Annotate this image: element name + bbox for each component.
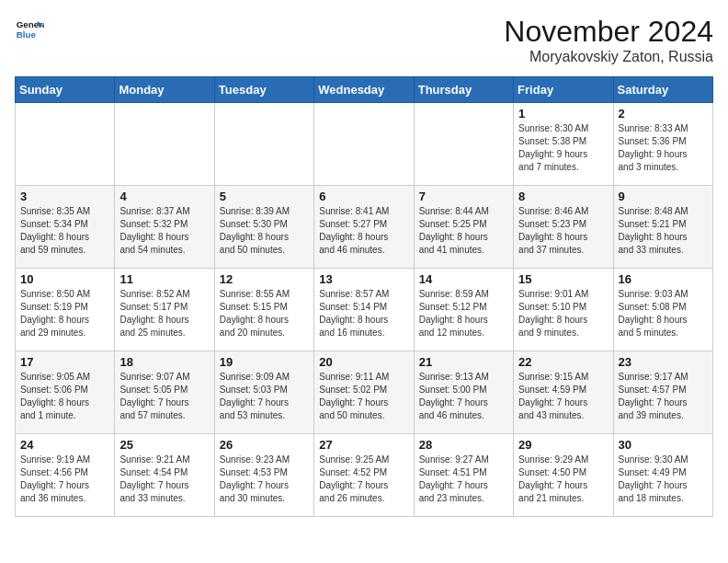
calendar-cell: 27Sunrise: 9:25 AM Sunset: 4:52 PM Dayli… — [314, 434, 414, 517]
calendar-cell: 8Sunrise: 8:46 AM Sunset: 5:23 PM Daylig… — [514, 186, 613, 269]
calendar-cell: 15Sunrise: 9:01 AM Sunset: 5:10 PM Dayli… — [514, 269, 613, 351]
month-title: November 2024 — [504, 15, 713, 49]
calendar-cell: 22Sunrise: 9:15 AM Sunset: 4:59 PM Dayli… — [514, 351, 613, 434]
calendar-cell: 10Sunrise: 8:50 AM Sunset: 5:19 PM Dayli… — [16, 269, 115, 351]
day-number: 7 — [419, 190, 508, 203]
day-info: Sunrise: 8:41 AM Sunset: 5:27 PM Dayligh… — [319, 205, 408, 257]
calendar-body: 1Sunrise: 8:30 AM Sunset: 5:38 PM Daylig… — [16, 103, 713, 517]
svg-text:Blue: Blue — [17, 29, 37, 40]
day-info: Sunrise: 8:55 AM Sunset: 5:15 PM Dayligh… — [220, 288, 309, 339]
calendar-cell — [115, 103, 214, 186]
day-number: 27 — [319, 438, 408, 452]
day-info: Sunrise: 9:13 AM Sunset: 5:00 PM Dayligh… — [419, 371, 508, 422]
day-info: Sunrise: 8:52 AM Sunset: 5:17 PM Dayligh… — [119, 288, 209, 339]
day-info: Sunrise: 9:15 AM Sunset: 4:59 PM Dayligh… — [518, 371, 608, 422]
day-number: 22 — [518, 355, 608, 369]
column-header-thursday: Thursday — [414, 77, 513, 103]
calendar-cell: 16Sunrise: 9:03 AM Sunset: 5:08 PM Dayli… — [613, 269, 712, 351]
day-number: 12 — [220, 272, 309, 286]
day-info: Sunrise: 9:23 AM Sunset: 4:53 PM Dayligh… — [220, 454, 309, 505]
day-info: Sunrise: 8:48 AM Sunset: 5:21 PM Dayligh… — [619, 205, 708, 257]
day-info: Sunrise: 8:50 AM Sunset: 5:19 PM Dayligh… — [20, 288, 109, 339]
day-info: Sunrise: 8:33 AM Sunset: 5:36 PM Dayligh… — [619, 122, 708, 174]
day-number: 19 — [220, 355, 309, 369]
column-header-wednesday: Wednesday — [314, 77, 414, 103]
calendar-cell: 11Sunrise: 8:52 AM Sunset: 5:17 PM Dayli… — [115, 269, 214, 351]
day-info: Sunrise: 9:27 AM Sunset: 4:51 PM Dayligh… — [419, 454, 508, 505]
day-info: Sunrise: 9:11 AM Sunset: 5:02 PM Dayligh… — [319, 371, 408, 422]
day-number: 8 — [518, 190, 608, 203]
logo-icon: General Blue — [15, 15, 44, 44]
calendar-cell: 18Sunrise: 9:07 AM Sunset: 5:05 PM Dayli… — [115, 351, 214, 434]
calendar-cell — [414, 103, 513, 186]
logo: General Blue — [15, 15, 44, 44]
location: Moryakovskiy Zaton, Russia — [504, 49, 713, 65]
calendar-cell: 3Sunrise: 8:35 AM Sunset: 5:34 PM Daylig… — [16, 186, 115, 269]
day-info: Sunrise: 9:03 AM Sunset: 5:08 PM Dayligh… — [619, 288, 708, 339]
day-info: Sunrise: 9:30 AM Sunset: 4:49 PM Dayligh… — [619, 454, 708, 505]
day-number: 18 — [119, 355, 209, 369]
day-number: 29 — [518, 438, 608, 452]
day-info: Sunrise: 9:07 AM Sunset: 5:05 PM Dayligh… — [119, 371, 209, 422]
day-info: Sunrise: 9:25 AM Sunset: 4:52 PM Dayligh… — [319, 454, 408, 505]
day-info: Sunrise: 8:44 AM Sunset: 5:25 PM Dayligh… — [419, 205, 508, 257]
calendar-cell — [16, 103, 115, 186]
calendar-cell: 9Sunrise: 8:48 AM Sunset: 5:21 PM Daylig… — [613, 186, 712, 269]
day-info: Sunrise: 8:35 AM Sunset: 5:34 PM Dayligh… — [20, 205, 109, 257]
day-info: Sunrise: 9:21 AM Sunset: 4:54 PM Dayligh… — [119, 454, 209, 505]
calendar-cell: 23Sunrise: 9:17 AM Sunset: 4:57 PM Dayli… — [613, 351, 712, 434]
day-number: 13 — [319, 272, 408, 286]
calendar-table: SundayMondayTuesdayWednesdayThursdayFrid… — [15, 76, 713, 517]
calendar-cell: 2Sunrise: 8:33 AM Sunset: 5:36 PM Daylig… — [613, 103, 712, 186]
calendar-cell: 14Sunrise: 8:59 AM Sunset: 5:12 PM Dayli… — [414, 269, 513, 351]
calendar-cell: 7Sunrise: 8:44 AM Sunset: 5:25 PM Daylig… — [414, 186, 513, 269]
day-info: Sunrise: 8:37 AM Sunset: 5:32 PM Dayligh… — [119, 205, 209, 257]
day-number: 26 — [220, 438, 309, 452]
calendar-cell: 20Sunrise: 9:11 AM Sunset: 5:02 PM Dayli… — [314, 351, 414, 434]
day-number: 15 — [518, 272, 608, 286]
day-number: 6 — [319, 190, 408, 203]
day-info: Sunrise: 9:17 AM Sunset: 4:57 PM Dayligh… — [619, 371, 708, 422]
day-number: 11 — [119, 272, 209, 286]
week-row-4: 17Sunrise: 9:05 AM Sunset: 5:06 PM Dayli… — [16, 351, 713, 434]
day-number: 5 — [220, 190, 309, 203]
day-info: Sunrise: 9:09 AM Sunset: 5:03 PM Dayligh… — [220, 371, 309, 422]
day-number: 3 — [20, 190, 109, 203]
day-info: Sunrise: 9:01 AM Sunset: 5:10 PM Dayligh… — [518, 288, 608, 339]
week-row-5: 24Sunrise: 9:19 AM Sunset: 4:56 PM Dayli… — [16, 434, 713, 517]
day-info: Sunrise: 9:05 AM Sunset: 5:06 PM Dayligh… — [20, 371, 109, 422]
calendar-header-row: SundayMondayTuesdayWednesdayThursdayFrid… — [16, 77, 713, 103]
day-info: Sunrise: 9:19 AM Sunset: 4:56 PM Dayligh… — [20, 454, 109, 505]
day-number: 2 — [619, 107, 708, 121]
calendar-cell: 26Sunrise: 9:23 AM Sunset: 4:53 PM Dayli… — [214, 434, 313, 517]
day-number: 14 — [419, 272, 508, 286]
calendar-cell: 13Sunrise: 8:57 AM Sunset: 5:14 PM Dayli… — [314, 269, 414, 351]
day-info: Sunrise: 8:30 AM Sunset: 5:38 PM Dayligh… — [518, 122, 608, 174]
calendar-cell: 24Sunrise: 9:19 AM Sunset: 4:56 PM Dayli… — [16, 434, 115, 517]
day-number: 17 — [20, 355, 109, 369]
calendar-cell: 29Sunrise: 9:29 AM Sunset: 4:50 PM Dayli… — [514, 434, 613, 517]
calendar-cell: 17Sunrise: 9:05 AM Sunset: 5:06 PM Dayli… — [16, 351, 115, 434]
calendar-cell: 21Sunrise: 9:13 AM Sunset: 5:00 PM Dayli… — [414, 351, 513, 434]
week-row-3: 10Sunrise: 8:50 AM Sunset: 5:19 PM Dayli… — [16, 269, 713, 351]
day-info: Sunrise: 8:59 AM Sunset: 5:12 PM Dayligh… — [419, 288, 508, 339]
day-number: 25 — [119, 438, 209, 452]
day-info: Sunrise: 9:29 AM Sunset: 4:50 PM Dayligh… — [518, 454, 608, 505]
calendar-cell: 4Sunrise: 8:37 AM Sunset: 5:32 PM Daylig… — [115, 186, 214, 269]
day-info: Sunrise: 8:46 AM Sunset: 5:23 PM Dayligh… — [518, 205, 608, 257]
day-number: 4 — [119, 190, 209, 203]
calendar-cell: 1Sunrise: 8:30 AM Sunset: 5:38 PM Daylig… — [514, 103, 613, 186]
day-info: Sunrise: 8:57 AM Sunset: 5:14 PM Dayligh… — [319, 288, 408, 339]
week-row-1: 1Sunrise: 8:30 AM Sunset: 5:38 PM Daylig… — [16, 103, 713, 186]
column-header-monday: Monday — [115, 77, 214, 103]
calendar-cell — [314, 103, 414, 186]
day-number: 9 — [619, 190, 708, 203]
calendar-cell: 28Sunrise: 9:27 AM Sunset: 4:51 PM Dayli… — [414, 434, 513, 517]
calendar-cell: 5Sunrise: 8:39 AM Sunset: 5:30 PM Daylig… — [214, 186, 313, 269]
calendar-cell — [214, 103, 313, 186]
column-header-saturday: Saturday — [613, 77, 712, 103]
day-number: 10 — [20, 272, 109, 286]
day-info: Sunrise: 8:39 AM Sunset: 5:30 PM Dayligh… — [220, 205, 309, 257]
column-header-friday: Friday — [514, 77, 613, 103]
calendar-cell: 19Sunrise: 9:09 AM Sunset: 5:03 PM Dayli… — [214, 351, 313, 434]
